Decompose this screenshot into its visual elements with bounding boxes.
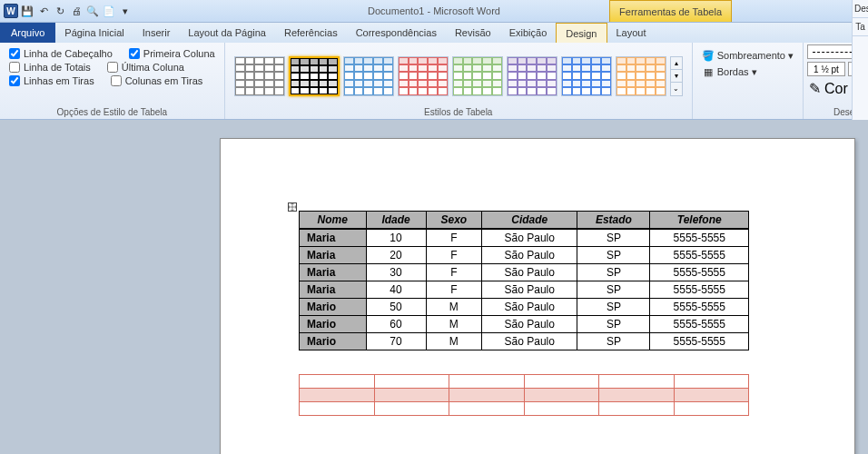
table-cell[interactable]: 5555-5555 — [650, 299, 749, 316]
table-cell[interactable]: SP — [577, 229, 650, 247]
table-cell[interactable]: 20 — [366, 247, 426, 264]
table-row[interactable] — [300, 375, 749, 389]
table-cell[interactable]: São Paulo — [482, 316, 577, 333]
file-tab[interactable]: Arquivo — [0, 23, 55, 43]
table-row[interactable]: Maria20FSão PauloSP5555-5555 — [300, 247, 749, 264]
table-cell[interactable]: 5555-5555 — [650, 316, 749, 333]
table-cell[interactable]: F — [426, 247, 482, 264]
table-style-thumb[interactable] — [234, 56, 285, 96]
table-row[interactable] — [300, 402, 749, 416]
table-row[interactable]: Maria40FSão PauloSP5555-5555 — [300, 281, 749, 299]
table-cell[interactable]: 60 — [366, 316, 426, 333]
table-cell[interactable]: SP — [577, 264, 650, 281]
table-cell[interactable] — [374, 402, 449, 416]
pen-weight-selector[interactable]: 1 ½ pt — [807, 62, 845, 76]
table-cell[interactable]: F — [426, 264, 482, 281]
table-cell[interactable]: Mario — [300, 299, 367, 316]
table-cell[interactable]: São Paulo — [482, 229, 577, 247]
qat-more-button[interactable]: ▾ — [118, 4, 133, 18]
table-style-thumb[interactable] — [398, 56, 449, 96]
table-cell[interactable]: Maria — [300, 229, 367, 247]
table-cell[interactable] — [374, 375, 449, 389]
table-cell[interactable]: 5555-5555 — [650, 247, 749, 264]
table-cell[interactable]: SP — [577, 247, 650, 264]
table-cell[interactable] — [449, 375, 525, 389]
tab-exibição[interactable]: Exibição — [500, 23, 557, 43]
content-table[interactable]: NomeIdadeSexoCidadeEstadoTelefone Maria1… — [299, 211, 749, 350]
table-style-thumb[interactable] — [507, 56, 557, 96]
tab-design[interactable]: Design — [556, 23, 607, 43]
table-row[interactable]: Maria30FSão PauloSP5555-5555 — [300, 264, 749, 281]
preview-button[interactable]: 🔍 — [85, 4, 100, 18]
table-cell[interactable] — [674, 375, 749, 389]
overflow-a[interactable]: Des — [853, 0, 868, 18]
table-cell[interactable] — [524, 389, 599, 402]
opt-total-row[interactable]: Linha de Totais — [9, 62, 91, 73]
table-cell[interactable] — [374, 389, 449, 402]
table-cell[interactable] — [449, 389, 525, 402]
shading-button[interactable]: 🪣Sombreamento ▾ — [700, 48, 795, 63]
table-cell[interactable]: São Paulo — [482, 333, 577, 350]
table-cell[interactable]: Maria — [300, 247, 367, 264]
gallery-scroll[interactable]: ▴▾⌄ — [670, 56, 683, 96]
tab-correspondências[interactable]: Correspondências — [347, 23, 446, 43]
tab-revisão[interactable]: Revisão — [446, 23, 500, 43]
table-cell[interactable] — [300, 389, 375, 402]
empty-table[interactable] — [299, 374, 749, 416]
table-row[interactable]: Mario60MSão PauloSP5555-5555 — [300, 316, 749, 333]
opt-first-column[interactable]: Primeira Coluna — [129, 48, 215, 59]
table-style-thumb[interactable] — [452, 56, 503, 96]
table-cell[interactable]: M — [426, 333, 482, 350]
table-cell[interactable] — [599, 389, 675, 402]
table-cell[interactable]: F — [426, 281, 482, 299]
table-cell[interactable]: 40 — [366, 281, 426, 299]
table-cell[interactable] — [524, 402, 599, 416]
redo-button[interactable]: ↻ — [53, 4, 67, 18]
table-cell[interactable] — [674, 389, 749, 402]
opt-header-row[interactable]: Linha de Cabeçalho — [9, 48, 113, 59]
table-cell[interactable]: SP — [577, 316, 650, 333]
table-cell[interactable]: 10 — [366, 229, 426, 247]
table-cell[interactable]: Maria — [300, 281, 367, 299]
opt-banded-rows[interactable]: Linhas em Tiras — [9, 75, 94, 86]
table-cell[interactable]: 5555-5555 — [650, 229, 749, 247]
table-style-thumb[interactable] — [289, 56, 340, 96]
table-cell[interactable]: Mario — [300, 333, 367, 350]
tab-layout[interactable]: Layout — [607, 23, 656, 43]
table-row[interactable]: Mario70MSão PauloSP5555-5555 — [300, 333, 749, 350]
overflow-b[interactable]: Ta — [853, 18, 868, 36]
opt-banded-cols[interactable]: Colunas em Tiras — [111, 75, 203, 86]
table-cell[interactable] — [599, 375, 675, 389]
tab-referências[interactable]: Referências — [275, 23, 347, 43]
table-style-thumb[interactable] — [561, 56, 612, 96]
table-cell[interactable] — [300, 375, 375, 389]
table-cell[interactable] — [599, 402, 675, 416]
table-row[interactable]: Mario50MSão PauloSP5555-5555 — [300, 299, 749, 316]
tab-inserir[interactable]: Inserir — [133, 23, 180, 43]
table-cell[interactable]: 5555-5555 — [650, 281, 749, 299]
table-cell[interactable]: SP — [577, 333, 650, 350]
table-move-handle[interactable] — [288, 202, 297, 212]
table-cell[interactable]: 30 — [366, 264, 426, 281]
table-cell[interactable]: São Paulo — [482, 247, 577, 264]
table-cell[interactable]: 5555-5555 — [650, 264, 749, 281]
table-cell[interactable]: M — [426, 299, 482, 316]
table-style-thumb[interactable] — [343, 56, 394, 96]
table-cell[interactable]: São Paulo — [482, 264, 577, 281]
table-cell[interactable] — [300, 402, 375, 416]
save-button[interactable]: 💾 — [20, 4, 35, 18]
print-button[interactable]: 🖨 — [69, 4, 84, 18]
table-cell[interactable]: 50 — [366, 299, 426, 316]
table-cell[interactable]: F — [426, 229, 482, 247]
table-cell[interactable]: Maria — [300, 264, 367, 281]
tab-layout-da-página[interactable]: Layout da Página — [179, 23, 275, 43]
table-cell[interactable]: Mario — [300, 316, 367, 333]
borders-button[interactable]: ▦Bordas ▾ — [700, 64, 795, 79]
table-row[interactable] — [300, 389, 749, 402]
table-row[interactable]: Maria10FSão PauloSP5555-5555 — [300, 229, 749, 247]
table-cell[interactable]: M — [426, 316, 482, 333]
table-cell[interactable]: SP — [577, 281, 650, 299]
table-cell[interactable] — [524, 375, 599, 389]
table-cell[interactable]: 5555-5555 — [650, 333, 749, 350]
table-cell[interactable]: São Paulo — [482, 281, 577, 299]
